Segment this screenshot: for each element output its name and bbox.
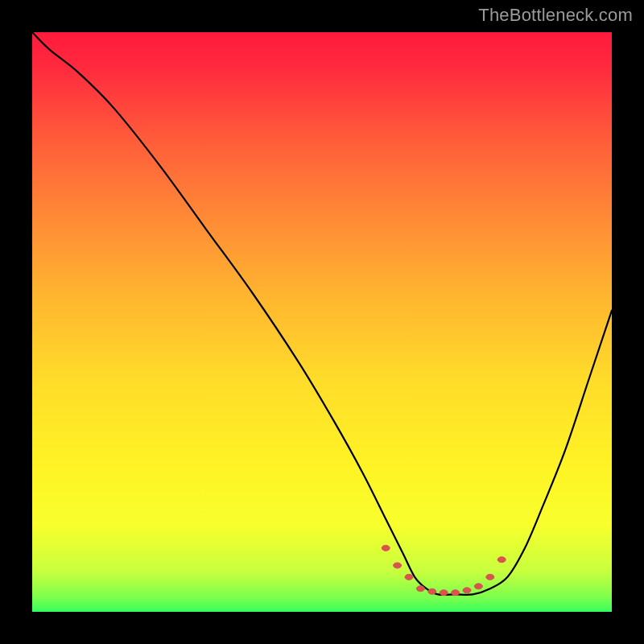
stage: TheBottleneck.com	[0, 0, 644, 644]
bottom-marker	[382, 545, 390, 551]
bottleneck-curve	[32, 32, 612, 595]
chart-canvas	[32, 32, 612, 612]
bottom-marker	[452, 590, 460, 596]
bottom-marker	[416, 586, 424, 592]
bottom-marker	[428, 588, 436, 594]
bottom-marker	[440, 590, 448, 596]
bottom-marker	[486, 574, 494, 580]
plot-frame	[32, 32, 612, 612]
bottom-marker	[497, 557, 506, 563]
bottom-marker	[474, 584, 482, 589]
bottom-marker-group	[382, 545, 506, 595]
bottom-marker	[394, 563, 402, 568]
attribution-text: TheBottleneck.com	[478, 5, 633, 26]
bottom-marker	[405, 574, 413, 580]
bottom-marker	[463, 588, 471, 593]
